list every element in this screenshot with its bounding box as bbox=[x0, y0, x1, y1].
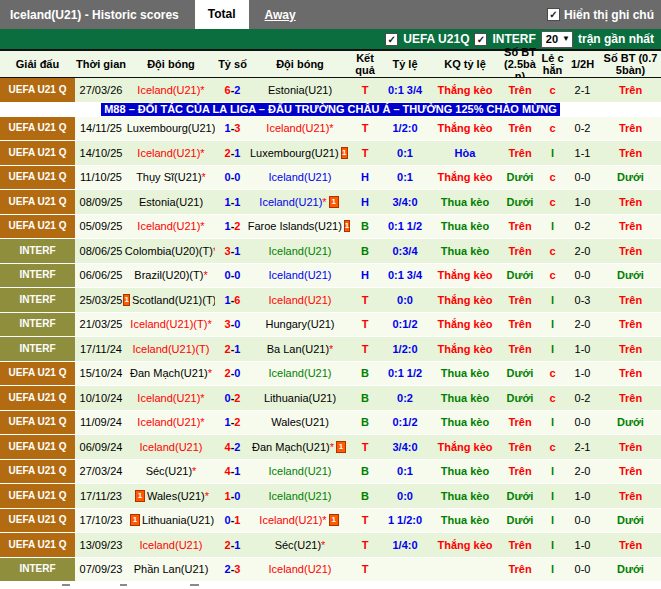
over-under-25: Dưới bbox=[507, 490, 534, 502]
match-date: 06/09/24 bbox=[80, 441, 123, 453]
odds-result: Thắng kèo bbox=[437, 318, 492, 330]
match-date: 21/03/25 bbox=[80, 318, 123, 330]
goals-25-cell: Trên bbox=[500, 533, 540, 558]
favorite-star: * bbox=[329, 122, 333, 134]
odd-even-cell: l bbox=[540, 509, 565, 534]
result-letter: B bbox=[361, 245, 369, 257]
over-under-075: Trên bbox=[619, 318, 642, 330]
date-cell: 14/10/25 bbox=[75, 141, 127, 166]
odd-even-flag: l bbox=[551, 490, 554, 502]
half-score-cell: 1-0 bbox=[565, 362, 600, 387]
home-team-cell: Thụy Sĩ(U21)* bbox=[127, 166, 215, 191]
goals-25-cell: Trên bbox=[500, 141, 540, 166]
league-cell: UEFA U21 Q bbox=[0, 533, 75, 558]
result-letter: T bbox=[362, 539, 369, 551]
league-cell: UEFA U21 Q bbox=[0, 78, 75, 103]
odds-result: Thua kèo bbox=[441, 416, 489, 428]
goals-25-cell: Trên bbox=[500, 117, 540, 142]
favorite-star: * bbox=[200, 84, 204, 96]
half-score-cell: 2-1 bbox=[565, 78, 600, 103]
odd-even-flag: l bbox=[551, 465, 554, 477]
uefa-u21q-label: UEFA U21Q bbox=[403, 32, 469, 46]
ad-banner-row[interactable]: M88 – ĐỐI TÁC CỦA LA LIGA – ĐẤU TRƯỜNG C… bbox=[0, 103, 661, 117]
result-letter: B bbox=[361, 490, 369, 502]
half-score-cell: 0-0 bbox=[565, 166, 600, 191]
odd-even-cell: c bbox=[540, 264, 565, 289]
tab-total[interactable]: Total bbox=[195, 0, 249, 29]
match-count-select[interactable]: 20 ▼ bbox=[541, 31, 573, 48]
odds-result: Thua kèo bbox=[441, 220, 489, 232]
show-notes-checkbox[interactable]: ✓ bbox=[547, 8, 560, 21]
odds-result-cell: Thua kèo bbox=[430, 362, 500, 387]
away-team-cell: Iceland(U21) bbox=[250, 166, 350, 191]
home-team-cell: 1Scotland(U21)(T)* bbox=[127, 288, 215, 313]
over-under-075: Trên bbox=[619, 196, 642, 208]
result-cell: B bbox=[350, 386, 380, 411]
odd-even-cell: l bbox=[540, 288, 565, 313]
home-team-name: Luxembourg(U21) bbox=[127, 122, 216, 134]
home-team-cell: Iceland(U21)* bbox=[127, 215, 215, 240]
half-time-score: 0-2 bbox=[575, 122, 591, 134]
odds-result: Hòa bbox=[455, 147, 476, 159]
header-goals-075: Số BT (0.75bàn) bbox=[600, 49, 661, 78]
date-cell: 27/03/24 bbox=[75, 460, 127, 485]
league-label: UEFA U21 Q bbox=[9, 85, 67, 95]
interf-checkbox[interactable]: ✓ bbox=[474, 33, 487, 46]
odds-cell: 0:1 3/4 bbox=[380, 78, 430, 103]
result-letter: H bbox=[361, 196, 369, 208]
favorite-star: * bbox=[330, 441, 334, 453]
odds-result: Thắng kèo bbox=[437, 441, 492, 453]
over-under-075: Trên bbox=[619, 294, 642, 306]
score-cell: 1-0 bbox=[215, 484, 250, 509]
half-time-score: 0-0 bbox=[575, 514, 591, 526]
odds-cell: 1/2:0 bbox=[380, 117, 430, 142]
match-date: 08/09/25 bbox=[80, 196, 123, 208]
away-team-cell: Iceland(U21)*1 bbox=[250, 190, 350, 215]
cutoff-text-fragment bbox=[120, 584, 127, 586]
half-score-cell: 2-0 bbox=[565, 239, 600, 264]
goals-25-cell: Trên bbox=[500, 239, 540, 264]
uefa-u21q-checkbox[interactable]: ✓ bbox=[385, 33, 398, 46]
goals-075-cell: Trên bbox=[600, 239, 661, 264]
odd-even-flag: l bbox=[551, 343, 554, 355]
title-bar: Iceland(U21) - Historic scores Total Awa… bbox=[0, 0, 661, 29]
filter-bar: ✓ UEFA U21Q ✓ INTERF 20 ▼ trận gần nhất bbox=[0, 29, 661, 49]
match-date: 15/10/24 bbox=[80, 367, 123, 379]
tab-away[interactable]: Away bbox=[265, 8, 296, 22]
home-team-name: Đan Mạch(U21) bbox=[130, 367, 208, 379]
away-team-cell: Ba Lan(U21)* bbox=[250, 337, 350, 362]
result-cell: T bbox=[350, 141, 380, 166]
over-under-075: Trên bbox=[619, 122, 642, 134]
away-goals: 0 bbox=[234, 490, 240, 502]
goals-075-cell: Dưới bbox=[600, 558, 661, 583]
league-label: UEFA U21 Q bbox=[9, 148, 67, 158]
match-row: UEFA U21 Q06/09/24Iceland(U21)4-2Đan Mạc… bbox=[0, 435, 661, 460]
favorite-star: * bbox=[200, 416, 204, 428]
result-cell: H bbox=[350, 190, 380, 215]
home-team-cell: Estonia(U21) bbox=[127, 190, 215, 215]
half-time-score: 1-0 bbox=[575, 367, 591, 379]
over-under-075: Dưới bbox=[617, 269, 644, 281]
league-label: UEFA U21 Q bbox=[9, 172, 67, 182]
away-team-name: Iceland(U21) bbox=[269, 269, 332, 281]
result-letter: T bbox=[362, 294, 369, 306]
match-row: UEFA U21 Q11/09/24Iceland(U21)*1-2Wales(… bbox=[0, 411, 661, 436]
goals-25-cell: Trên bbox=[500, 337, 540, 362]
away-team-name: Iceland(U21) bbox=[269, 563, 332, 575]
odds-cell: 0:1 1/2 bbox=[380, 362, 430, 387]
away-goals: 2 bbox=[234, 416, 240, 428]
match-date: 06/06/25 bbox=[80, 269, 123, 281]
match-count-value: 20 bbox=[546, 33, 558, 45]
league-cell: UEFA U21 Q bbox=[0, 484, 75, 509]
score-cell: 1-2 bbox=[215, 411, 250, 436]
result-letter: T bbox=[362, 84, 369, 96]
odd-even-flag: c bbox=[549, 367, 555, 379]
odds-result: Thua kèo bbox=[441, 490, 489, 502]
away-team-cell: Iceland(U21) bbox=[250, 239, 350, 264]
half-time-score: 1-0 bbox=[575, 343, 591, 355]
red-card-icon: 1 bbox=[329, 196, 339, 208]
half-score-cell: 0-0 bbox=[565, 509, 600, 534]
home-team-cell: Colombia(U20)(T)* bbox=[127, 239, 215, 264]
match-date: 14/11/25 bbox=[80, 122, 122, 134]
over-under-25: Dưới bbox=[507, 367, 534, 379]
